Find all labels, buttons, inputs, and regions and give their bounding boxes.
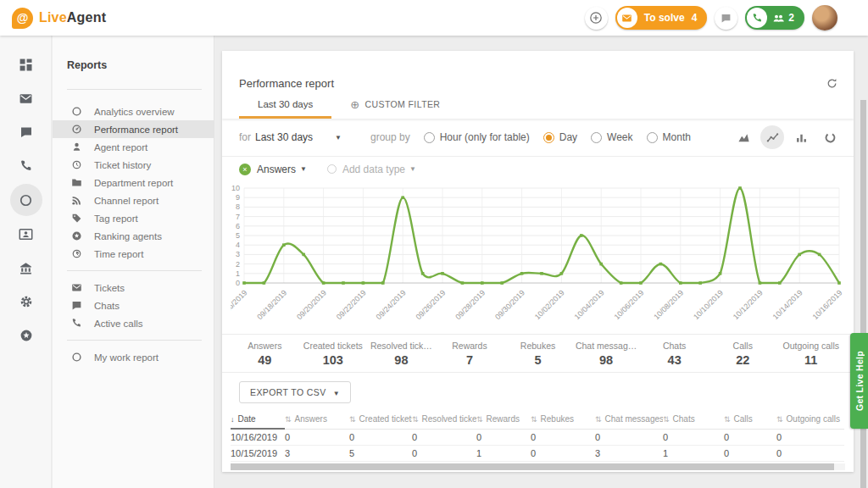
- chevron-down-icon[interactable]: ▼: [409, 165, 416, 173]
- rail-item-dashboard[interactable]: [0, 47, 52, 81]
- table-cell: 0: [663, 429, 724, 445]
- phone-icon: [71, 318, 84, 329]
- chat-icon: [721, 13, 732, 24]
- column-header-rebukes[interactable]: ⇅Rebukes: [531, 410, 595, 429]
- sidebar-item-analytics-overview[interactable]: Analytics overview: [53, 103, 214, 120]
- calls-online-button[interactable]: 2: [745, 6, 804, 30]
- to-solve-label: To solve: [637, 12, 690, 24]
- bar-chart-button[interactable]: [789, 125, 813, 149]
- sidebar-item-time-report[interactable]: Time report: [53, 245, 214, 263]
- sidebar-item-performance-report[interactable]: Performance report: [53, 120, 214, 138]
- table-cell: 0: [412, 445, 476, 461]
- table-cell: 3: [595, 445, 663, 461]
- stat-value: 11: [777, 353, 846, 367]
- agents-online-count: 2: [785, 12, 803, 24]
- chart-legend: × Answers ▼ Add data type ▼: [222, 157, 854, 181]
- sidebar-item-my-work-report[interactable]: My work report: [53, 348, 214, 366]
- remove-series-icon[interactable]: ×: [239, 164, 251, 175]
- star-circle-icon: [19, 329, 33, 342]
- add-data-type[interactable]: Add data type: [342, 164, 405, 175]
- sidebar-item-ticket-history[interactable]: Ticket history: [53, 156, 214, 174]
- column-label: Chats: [673, 414, 695, 424]
- chevron-down-icon: ▼: [333, 390, 340, 397]
- rail-item-reports[interactable]: [0, 183, 52, 217]
- logo-bubble-icon: @: [12, 8, 33, 29]
- vertical-scrollbar[interactable]: [860, 100, 866, 488]
- column-header-calls[interactable]: ⇅Calls: [724, 410, 776, 429]
- table-cell: 0: [476, 429, 531, 445]
- stat-label: Answers: [231, 341, 299, 351]
- stat-item: Answers49: [231, 341, 299, 367]
- radio-month[interactable]: Month: [647, 131, 691, 143]
- column-header-resolved-tickets[interactable]: ⇅Resolved tickets: [412, 410, 476, 429]
- report-table: ↓Date⇅Answers⇅Created tickets⇅Resolved t…: [231, 410, 844, 462]
- chevron-down-icon[interactable]: ▼: [300, 165, 307, 173]
- column-header-chat-messages[interactable]: ⇅Chat messages: [595, 410, 663, 429]
- stat-item: Resolved tick…98: [367, 341, 436, 367]
- radio-week[interactable]: Week: [591, 131, 632, 143]
- radio-icon: [543, 132, 554, 143]
- sidebar-item-active-calls[interactable]: Active calls: [53, 314, 214, 332]
- export-csv-button[interactable]: EXPORT TO CSV▼: [239, 381, 351, 403]
- table-cell: 0: [724, 445, 776, 461]
- page-title: Performance report: [239, 77, 334, 90]
- sidebar-item-department-report[interactable]: Department report: [53, 174, 214, 191]
- donut-chart-button[interactable]: [818, 125, 842, 149]
- refresh-icon: [826, 77, 838, 90]
- column-header-chats[interactable]: ⇅Chats: [663, 410, 724, 429]
- svg-text:1: 1: [236, 269, 240, 278]
- range-select[interactable]: Last 30 days: [255, 131, 313, 143]
- sidebar-item-chats[interactable]: Chats: [53, 297, 214, 314]
- scrollbar-thumb[interactable]: [231, 463, 834, 470]
- sort-icon: ⇅: [595, 415, 602, 424]
- chats-button[interactable]: [715, 7, 737, 30]
- rail-item-company[interactable]: [0, 251, 52, 285]
- stat-item: Created tickets103: [299, 341, 368, 367]
- series-label[interactable]: Answers: [257, 164, 296, 175]
- user-avatar[interactable]: [812, 5, 837, 30]
- sidebar-item-channel-report[interactable]: Channel report: [53, 191, 214, 209]
- sidebar-item-tickets[interactable]: Tickets: [53, 279, 214, 297]
- sort-icon: ⇅: [349, 415, 356, 424]
- rail-item-calls[interactable]: [0, 149, 52, 183]
- sidebar-item-tag-report[interactable]: Tag report: [53, 209, 214, 227]
- get-live-help-button[interactable]: Get Live Help: [850, 333, 868, 429]
- tab-custom-filter[interactable]: ⊕CUSTOM FILTER: [331, 90, 459, 119]
- radio-day[interactable]: Day: [543, 131, 577, 143]
- radio-hour[interactable]: Hour (only for table): [424, 131, 530, 143]
- sidebar-item-ranking-agents[interactable]: Ranking agents: [53, 227, 214, 245]
- area-chart-button[interactable]: [732, 125, 755, 149]
- add-button[interactable]: [585, 7, 608, 30]
- chat-bubble-icon: [71, 300, 84, 311]
- stat-item: Chats43: [640, 341, 709, 367]
- column-label: Chat messages: [605, 414, 663, 424]
- sidebar-item-agent-report[interactable]: Agent report: [53, 138, 214, 156]
- refresh-button[interactable]: [826, 77, 838, 90]
- reports-circle-icon: [19, 193, 33, 208]
- rail-item-customers[interactable]: [0, 217, 52, 251]
- column-header-answers[interactable]: ⇅Answers: [285, 410, 349, 429]
- table-row[interactable]: 10/15/2019350103100: [231, 445, 844, 461]
- rail-item-upgrade[interactable]: [0, 319, 52, 352]
- rail-item-tickets[interactable]: [0, 81, 52, 115]
- chat-bubble-icon: [19, 125, 33, 139]
- rail-item-settings[interactable]: [0, 285, 52, 319]
- column-header-rewards[interactable]: ⇅Rewards: [476, 410, 531, 429]
- filter-bar: for Last 30 days ▼ group by Hour (only f…: [222, 119, 854, 156]
- performance-chart[interactable]: 01234567891009/16/201909/18/201909/20/20…: [231, 183, 844, 330]
- column-header-created-tickets[interactable]: ⇅Created tickets: [349, 410, 412, 429]
- gauge-icon: [71, 124, 84, 135]
- stat-label: Calls: [709, 341, 777, 351]
- line-chart-button[interactable]: [760, 125, 784, 149]
- chevron-down-icon[interactable]: ▼: [335, 134, 342, 141]
- phone-icon: [19, 159, 33, 173]
- to-solve-button[interactable]: To solve 4: [615, 6, 707, 30]
- stat-value: 103: [299, 353, 368, 367]
- column-header-outgoing-calls[interactable]: ⇅Outgoing calls: [776, 410, 844, 429]
- column-header-date[interactable]: ↓Date: [231, 410, 285, 429]
- tab-last-30-days[interactable]: Last 30 days: [239, 90, 331, 119]
- table-row[interactable]: 10/16/2019000000000: [231, 429, 844, 445]
- horizontal-scrollbar[interactable]: [231, 463, 845, 470]
- rail-item-chats[interactable]: [0, 115, 52, 149]
- performance-report-card: Performance report Last 30 days ⊕CUSTOM …: [222, 51, 854, 472]
